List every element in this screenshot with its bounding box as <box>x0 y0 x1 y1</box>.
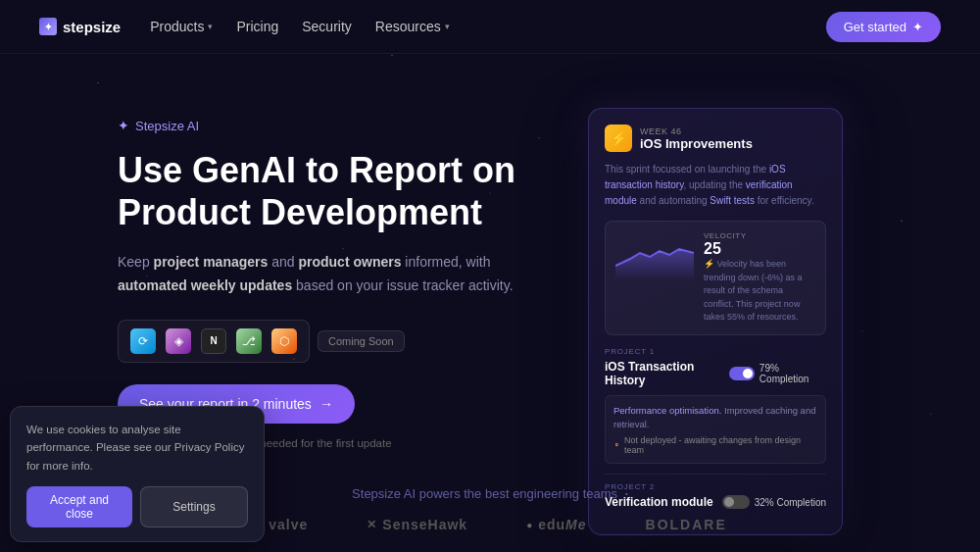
hero-title: Use GenAI to Report onProduct Developmen… <box>118 149 529 233</box>
sprint-lightning-icon: ⚡ <box>605 125 632 152</box>
chevron-down-icon: ▾ <box>445 22 450 31</box>
logo-icon: ✦ <box>39 18 57 35</box>
sensehawk-logo: ✕ SenseHawk <box>367 517 467 532</box>
nav-pricing[interactable]: Pricing <box>236 19 278 34</box>
get-started-button[interactable]: Get started ✦ <box>826 12 941 42</box>
toggle-on-icon[interactable] <box>729 367 755 380</box>
jira-icon: ⟳ <box>130 328 156 354</box>
notion-icon: N <box>201 328 226 354</box>
velocity-card: VELOCITY 25 ⚡ Velocity has been trending… <box>605 221 826 335</box>
chevron-icon: ▾ <box>208 22 213 31</box>
progress-badge-1: 79% Completion <box>729 363 826 384</box>
github-icon: ⎇ <box>236 328 262 354</box>
linear-icon: ◈ <box>166 328 191 354</box>
hero-left: ✦ Stepsize AI Use GenAI to Report onProd… <box>118 108 529 449</box>
sprint-meta: Week 46 iOS Improvements <box>640 126 826 151</box>
nav-resources[interactable]: Resources ▾ <box>375 19 450 34</box>
star-icon: ✦ <box>912 20 923 34</box>
velocity-description: ⚡ Velocity has been trending down (-6%) … <box>704 258 815 325</box>
nav-products[interactable]: Products ▾ <box>150 19 213 34</box>
cookie-banner: We use cookies to analyse site performan… <box>10 406 265 542</box>
boldare-logo: BOLDARE <box>646 517 727 532</box>
hero-description: Keep project managers and product owners… <box>118 251 529 298</box>
project-1-title-row: iOS Transaction History 79% Completion <box>605 360 826 387</box>
cookie-text: We use cookies to analyse site performan… <box>26 421 248 475</box>
integration-icons: ⟳ ◈ N ⎇ ⬡ <box>118 320 310 363</box>
project-1-notes: Performance optimisation. Improved cachi… <box>605 395 826 465</box>
navbar: ✦ stepsize Products ▾ Pricing Security R… <box>0 0 980 54</box>
velocity-info: VELOCITY 25 ⚡ Velocity has been trending… <box>704 231 815 325</box>
cookie-buttons: Accept and close Settings <box>26 486 248 527</box>
sprint-header: ⚡ Week 46 iOS Improvements <box>605 125 826 152</box>
velocity-chart <box>615 231 694 280</box>
project-1-section: PROJECT 1 iOS Transaction History 79% Co… <box>605 347 826 465</box>
arrow-icon: → <box>319 396 333 412</box>
gitlab-icon: ⬡ <box>271 328 297 354</box>
cookie-accept-button[interactable]: Accept and close <box>26 486 132 527</box>
note-warning-1: ⚬ Not deployed - awaiting changes from d… <box>613 435 817 455</box>
coming-soon-badge: Coming Soon <box>318 330 405 352</box>
logo[interactable]: ✦ stepsize <box>39 18 121 35</box>
sprint-description: This sprint focussed on launching the iO… <box>605 162 826 209</box>
nav-security[interactable]: Security <box>302 19 352 34</box>
cookie-settings-button[interactable]: Settings <box>140 486 248 527</box>
logo-text: stepsize <box>63 19 121 35</box>
note-text-1: Performance optimisation. Improved cachi… <box>613 404 817 432</box>
badge-star-icon: ✦ <box>118 118 129 133</box>
nav-links: Products ▾ Pricing Security Resources ▾ <box>150 19 450 34</box>
brand-badge: ✦ Stepsize AI <box>118 118 529 133</box>
navbar-left: ✦ stepsize Products ▾ Pricing Security R… <box>39 18 450 35</box>
edume-logo: ● eduMe <box>526 517 586 532</box>
integrations-row: ⟳ ◈ N ⎇ ⬡ Coming Soon <box>118 320 529 363</box>
